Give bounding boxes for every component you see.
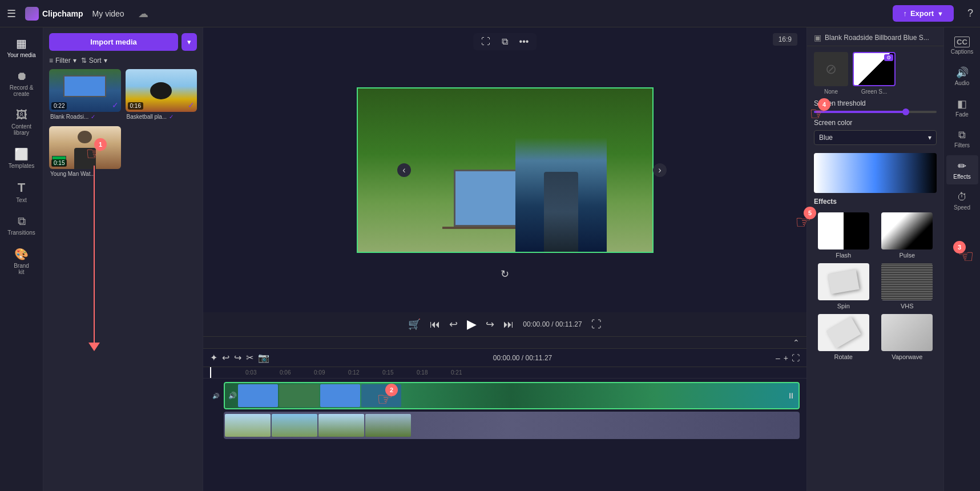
timeline-time-display: 00:00.00 / 00:11.27 bbox=[493, 354, 552, 362]
export-dropdown-arrow: ▼ bbox=[937, 10, 943, 17]
sidebar-item-templates[interactable]: ⬜ Templates bbox=[2, 143, 41, 174]
undo-button[interactable]: ↩ bbox=[222, 352, 229, 363]
import-btn-row: Import media ▾ bbox=[43, 27, 203, 54]
timeline-expand-bar: ⌃ bbox=[203, 336, 806, 348]
sort-button[interactable]: ⇅ Sort ▾ bbox=[81, 57, 107, 65]
ruler-mark-1: 0:03 bbox=[244, 369, 279, 376]
refresh-button[interactable]: ↻ bbox=[501, 268, 509, 280]
zoom-out-button[interactable]: – bbox=[776, 353, 780, 363]
video-clip-1[interactable]: 🔊 ⏸ bbox=[224, 382, 800, 409]
playhead[interactable] bbox=[210, 367, 211, 378]
effect-item-pulse[interactable]: Pulse bbox=[878, 212, 937, 259]
chroma-green-preview: ⚙ bbox=[853, 52, 896, 86]
audio-label: Audio bbox=[955, 80, 970, 86]
export-icon: ↑ bbox=[903, 9, 907, 18]
filter-button[interactable]: ≡ Filter ▾ bbox=[49, 57, 76, 65]
selected-check-icon: ✓ bbox=[188, 100, 195, 110]
media-item-blank-roadside[interactable]: 0:22 ✓ Blank Roadsi... ✓ bbox=[49, 69, 121, 122]
skip-forward-button[interactable]: ↪ bbox=[486, 318, 494, 331]
hamburger-menu[interactable]: ☰ bbox=[7, 7, 16, 20]
effect-item-spin[interactable]: Spin bbox=[814, 263, 873, 309]
effect-item-flash[interactable]: Flash bbox=[814, 212, 873, 259]
skip-end-button[interactable]: ⏭ bbox=[503, 319, 514, 331]
vaporwave-label: Vaporwave bbox=[892, 353, 922, 360]
sidebar-item-transitions[interactable]: ⧉ Transitions bbox=[2, 210, 41, 240]
right-panel: ▣ Blank Roadside Billboard Blue S... ⊘ N… bbox=[806, 27, 943, 491]
far-nav-filters[interactable]: ⧉ Filters bbox=[946, 124, 978, 153]
import-dropdown-button[interactable]: ▾ bbox=[182, 33, 197, 51]
track-handle-video[interactable]: 🔊 bbox=[210, 393, 221, 399]
media-grid: 0:22 ✓ Blank Roadsi... ✓ 0:16 ✓ bbox=[43, 69, 203, 179]
zoom-fit-button[interactable]: ⛶ bbox=[792, 353, 800, 363]
effect-item-vaporwave[interactable]: Vaporwave bbox=[878, 314, 937, 360]
clip-thumb bbox=[279, 384, 319, 407]
threshold-slider-thumb[interactable] bbox=[902, 108, 909, 115]
crop-tool-button[interactable]: ⛶ bbox=[478, 35, 494, 48]
redo-button[interactable]: ↪ bbox=[234, 352, 241, 363]
video-title[interactable]: My video bbox=[92, 9, 124, 18]
clip-thumb bbox=[361, 384, 401, 407]
far-nav-audio[interactable]: 🔊 Audio bbox=[946, 62, 978, 91]
chroma-green-label: Green S... bbox=[861, 88, 888, 95]
far-nav-speed[interactable]: ⏱ Speed bbox=[946, 187, 978, 215]
ruler-mark-5: 0:15 bbox=[381, 369, 416, 376]
export-button[interactable]: ↑ Export ▼ bbox=[893, 5, 954, 22]
transitions-label: Transitions bbox=[7, 230, 35, 236]
skip-back-button[interactable]: ↩ bbox=[449, 318, 458, 331]
more-options-button[interactable]: ••• bbox=[516, 35, 533, 48]
vaporwave-preview bbox=[881, 314, 933, 351]
sort-label: Sort bbox=[89, 57, 102, 65]
far-nav-fade[interactable]: ◧ Fade bbox=[946, 93, 978, 122]
add-track-button[interactable]: ✦ bbox=[210, 352, 217, 363]
effect-item-rotate[interactable]: Rotate bbox=[814, 314, 873, 360]
far-nav-effects[interactable]: ✏ Effects bbox=[946, 155, 978, 184]
timeline-current-time: 00:00.00 bbox=[493, 354, 520, 362]
effect-item-vhs[interactable]: VHS bbox=[878, 263, 937, 309]
playback-controls: 🛒 ⏮ ↩ ▶ ↪ ⏭ 00:00.00 / 00:11.27 ⛶ bbox=[203, 312, 806, 336]
text-icon: T bbox=[18, 180, 25, 195]
zoom-in-button[interactable]: + bbox=[784, 353, 788, 363]
snapshot-button[interactable]: 📷 bbox=[258, 352, 269, 363]
sidebar-item-record-create[interactable]: ⏺ Record &create bbox=[2, 65, 41, 102]
chroma-none-option[interactable]: ⊘ None bbox=[814, 52, 848, 95]
media-item-young-man[interactable]: 0:15 Young Man Wat... bbox=[49, 126, 121, 179]
sidebar-item-brand[interactable]: 🎨 Brandkit bbox=[2, 243, 41, 280]
fade-icon: ◧ bbox=[957, 98, 967, 110]
filters-icon: ⧉ bbox=[958, 129, 966, 141]
rewind-button[interactable]: ⏮ bbox=[430, 319, 440, 331]
far-nav-captions[interactable]: CC Captions bbox=[946, 32, 978, 59]
brand-label: Brandkit bbox=[14, 263, 29, 275]
filter-label: Filter bbox=[55, 57, 71, 65]
screen-threshold-label: Screen threshold bbox=[814, 99, 937, 107]
fit-screen-button[interactable]: ⧉ bbox=[498, 35, 511, 48]
cut-button[interactable]: ✂ bbox=[246, 352, 253, 363]
timeline-track-video-2 bbox=[210, 412, 800, 439]
cart-button[interactable]: 🛒 bbox=[408, 318, 421, 331]
preview-prev-button[interactable]: ‹ bbox=[397, 163, 411, 177]
import-media-button[interactable]: Import media bbox=[49, 33, 178, 51]
track-content-video: 🔊 ⏸ bbox=[224, 382, 800, 409]
flash-preview bbox=[818, 212, 869, 249]
playback-time: 00:00.00 / 00:11.27 bbox=[523, 320, 582, 328]
chroma-green-option[interactable]: ⚙ Green S... bbox=[853, 52, 896, 95]
app-name: Clipchamp bbox=[42, 9, 83, 18]
expand-timeline-icon[interactable]: ⌃ bbox=[793, 338, 800, 347]
preview-toolbar: ⛶ ⧉ ••• bbox=[473, 33, 537, 50]
color-picker-area[interactable] bbox=[814, 153, 937, 193]
video-clip-2[interactable] bbox=[224, 412, 800, 439]
threshold-slider[interactable] bbox=[814, 111, 937, 113]
sidebar-item-content-library[interactable]: 🖼 Contentlibrary bbox=[2, 104, 41, 140]
volume-icon: 🔊 bbox=[228, 392, 237, 400]
fullscreen-button[interactable]: ⛶ bbox=[591, 319, 602, 331]
sidebar-item-text[interactable]: T Text bbox=[2, 176, 41, 208]
help-icon[interactable]: ? bbox=[967, 7, 973, 19]
sidebar-item-your-media[interactable]: ▦ Your media bbox=[2, 32, 41, 63]
player-body bbox=[544, 172, 578, 252]
ruler-mark-0 bbox=[210, 369, 244, 376]
media-item-basketball[interactable]: 0:16 ✓ Basketball pla... ✓ bbox=[126, 69, 197, 122]
preview-next-button[interactable]: › bbox=[653, 163, 667, 177]
play-button[interactable]: ▶ bbox=[467, 317, 477, 332]
screen-color-dropdown[interactable]: Blue ▾ bbox=[814, 130, 937, 145]
effects-label: Effects bbox=[953, 174, 970, 180]
spin-preview bbox=[818, 263, 869, 300]
